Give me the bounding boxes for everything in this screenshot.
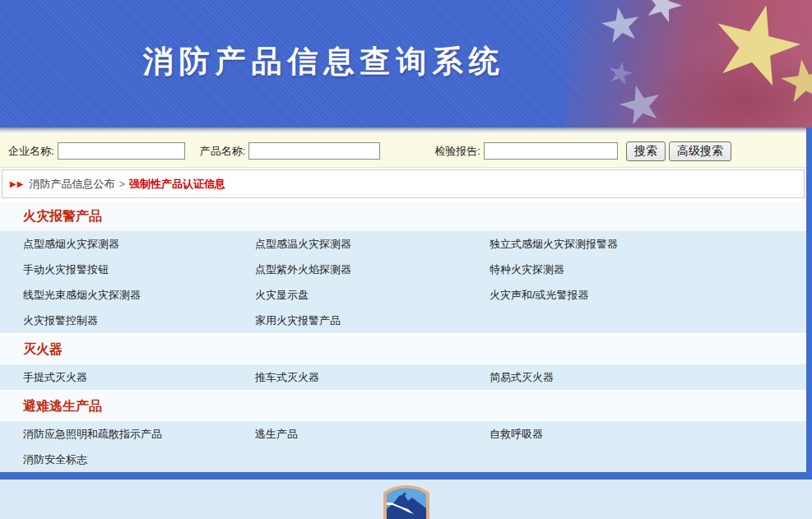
product-link[interactable]: 火灾报警控制器 (23, 313, 98, 328)
product-row: 火灾报警控制器家用火灾报警产品 (0, 308, 806, 333)
product-name-input[interactable] (248, 142, 380, 160)
product-row: 消防应急照明和疏散指示产品逃生产品自救呼吸器 (0, 421, 806, 447)
section-title: 火灾报警产品 (0, 200, 806, 231)
report-input[interactable] (484, 142, 618, 160)
product-link[interactable]: 特种火灾探测器 (490, 262, 564, 277)
yellow-star-icon (777, 56, 812, 108)
footer (0, 480, 812, 519)
sections: 火灾报警产品点型感烟火灾探测器点型感温火灾探测器独立式感烟火灾探测报警器手动火灾… (0, 200, 806, 472)
company-name-input[interactable] (58, 142, 185, 160)
breadcrumb-parent-link[interactable]: 消防产品信息公布 (29, 177, 114, 192)
faded-star-icon (639, 0, 686, 28)
product-link[interactable]: 火灾显示盘 (255, 288, 309, 303)
search-bar: 企业名称: 产品名称: 检验报告: 搜索 高级搜索 (0, 135, 806, 168)
product-link[interactable]: 独立式感烟火灾探测报警器 (490, 237, 618, 252)
product-row: 手提式灭火器推车式灭火器简易式灭火器 (0, 364, 806, 390)
report-label: 检验报告: (434, 144, 480, 159)
breadcrumb-separator: > (118, 178, 125, 190)
product-link[interactable]: 消防应急照明和疏散指示产品 (23, 427, 162, 442)
product-link[interactable]: 火灾声和/或光警报器 (490, 288, 589, 303)
product-link[interactable]: 点型紫外火焰探测器 (255, 262, 351, 277)
product-link[interactable]: 线型光束感烟火灾探测器 (23, 288, 141, 303)
breadcrumb-current: 强制性产品认证信息 (129, 177, 225, 192)
breadcrumb: ▶▶ 消防产品信息公布 > 强制性产品认证信息 (2, 169, 805, 198)
product-row: 手动火灾报警按钮点型紫外火焰探测器特种火灾探测器 (0, 257, 806, 282)
product-link[interactable]: 点型感烟火灾探测器 (23, 237, 119, 252)
product-link[interactable]: 推车式灭火器 (255, 370, 319, 385)
fire-certification-emblem-icon (381, 484, 432, 519)
product-link[interactable]: 手动火灾报警按钮 (23, 262, 109, 277)
product-link[interactable]: 消防安全标志 (23, 452, 87, 467)
product-row: 线型光束感烟火灾探测器火灾显示盘火灾声和/或光警报器 (0, 282, 806, 308)
header-banner: 消防产品信息查询系统 (0, 0, 812, 127)
product-link[interactable]: 简易式灭火器 (490, 370, 554, 385)
page: 消防产品信息查询系统 企业名称: 产品名称: 检验报告: 搜索 高级搜索 ▶▶ … (0, 0, 812, 519)
product-row: 消防安全标志 (0, 447, 806, 472)
footer-divider-bar (0, 472, 812, 480)
product-link[interactable]: 家用火灾报警产品 (255, 313, 341, 328)
product-link[interactable]: 逃生产品 (255, 427, 298, 442)
page-right-border (806, 127, 812, 480)
page-title: 消防产品信息查询系统 (0, 41, 647, 82)
section-title: 避难逃生产品 (0, 390, 806, 421)
product-link[interactable]: 手提式灭火器 (23, 370, 87, 385)
breadcrumb-area: ▶▶ 消防产品信息公布 > 强制性产品认证信息 (0, 168, 806, 200)
product-row: 点型感烟火灾探测器点型感温火灾探测器独立式感烟火灾探测报警器 (0, 231, 806, 257)
section-title: 灭火器 (0, 333, 806, 364)
company-name-label: 企业名称: (8, 144, 54, 159)
product-link[interactable]: 自救呼吸器 (490, 427, 543, 442)
product-name-label: 产品名称: (200, 144, 246, 159)
faded-star-icon (615, 80, 667, 127)
product-link[interactable]: 点型感温火灾探测器 (255, 237, 351, 252)
header-shadow (0, 127, 812, 135)
advanced-search-button[interactable]: 高级搜索 (669, 141, 731, 161)
search-button[interactable]: 搜索 (626, 141, 666, 161)
double-arrow-icon: ▶▶ (10, 179, 24, 188)
